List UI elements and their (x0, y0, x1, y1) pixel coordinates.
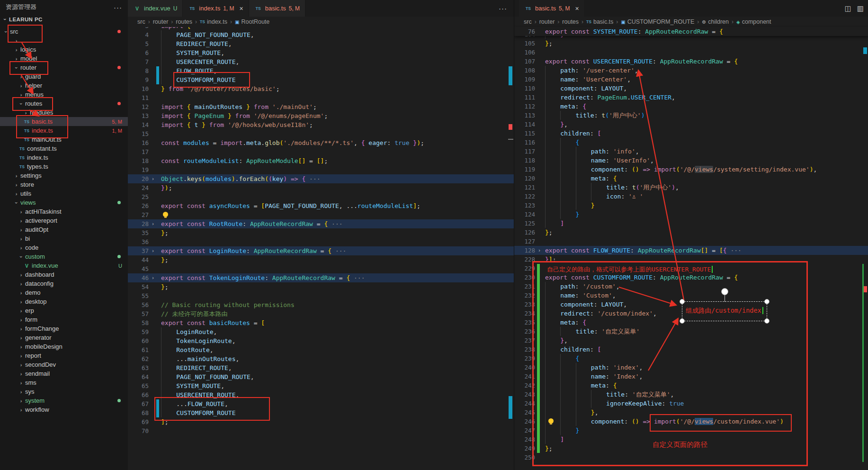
code-line-127[interactable]: 127 (514, 237, 868, 246)
code-line-122[interactable]: 122 icon: '♙ ' (514, 192, 868, 201)
code-line-244[interactable]: 244 ignoreKeepAlive: true (514, 399, 868, 408)
sidebar-item-demo[interactable]: ›demo (0, 288, 128, 297)
code-line-25[interactable]: 25 (128, 192, 514, 201)
code-line-3[interactable]: 3import { (128, 27, 514, 30)
sidebar-item-activereport[interactable]: ›activereport (0, 216, 128, 225)
code-line-250[interactable]: 250 (514, 453, 868, 462)
code-line-243[interactable]: 243 title: '自定义菜单', (514, 390, 868, 399)
code-line-126[interactable]: 126}; (514, 228, 868, 237)
code-line-45[interactable]: 45 (128, 264, 514, 273)
code-line-8[interactable]: 8 FLOW_ROUTE, (128, 66, 514, 75)
sidebar-item-workflow[interactable]: ›workflow (0, 405, 128, 414)
sidebar-item-form[interactable]: ›form (0, 315, 128, 324)
sidebar-item-erp[interactable]: ›erp (0, 306, 128, 315)
code-line-107[interactable]: 107export const USERCENTER_ROUTE: AppRou… (514, 57, 868, 66)
code-line-112[interactable]: 112 meta: { (514, 102, 868, 111)
code-line-12[interactable]: 12import { mainOutRoutes } from './mainO… (128, 102, 514, 111)
sidebar-item-store[interactable]: ›store (0, 180, 128, 189)
code-line-109[interactable]: 109 name: 'UserCenter', (514, 75, 868, 84)
code-line-231[interactable]: 231 path: '/custom', (514, 282, 868, 291)
code-line-60[interactable]: 60 TokenLoginRoute, (128, 336, 514, 345)
textbox-rotate-handle[interactable] (721, 288, 728, 295)
code-line-70[interactable]: 70 (128, 426, 514, 435)
sidebar-item-index.vue[interactable]: Vindex.vueU (0, 261, 128, 270)
code-line-17[interactable]: 17 (128, 147, 514, 156)
sidebar-item-routes[interactable]: ›routes (0, 99, 128, 108)
code-line-6[interactable]: 6 SYSTEM_ROUTE, (128, 48, 514, 57)
fold-chevron-icon[interactable]: › (538, 246, 541, 255)
sidebar-item-dataconfig[interactable]: ›dataconfig (0, 279, 128, 288)
code-line-10[interactable]: 10} from '/@/router/routes/basic'; (128, 84, 514, 93)
code-line-67[interactable]: 67 ...FLOW_ROUTE, (128, 399, 514, 408)
sidebar-item-formChange[interactable]: ›formChange (0, 324, 128, 333)
sidebar-item-generator[interactable]: ›generator (0, 333, 128, 342)
code-line-7[interactable]: 7 USERCENTER_ROUTE, (128, 57, 514, 66)
sidebar-item-bi[interactable]: ›bi (0, 234, 128, 243)
sidebar-item-logics[interactable]: ›logics (0, 45, 128, 54)
code-line-26[interactable]: 26export const asyncRoutes = [PAGE_NOT_F… (128, 201, 514, 210)
code-line-57[interactable]: 57// 未经许可的基本路由 (128, 309, 514, 318)
code-line-239[interactable]: 239 { (514, 354, 868, 363)
code-line-125[interactable]: 125 ] (514, 219, 868, 228)
code-line-241[interactable]: 241 name: 'Index', (514, 372, 868, 381)
breadcrumb-item-src[interactable]: src (137, 18, 145, 25)
code-line-124[interactable]: 124 } (514, 210, 868, 219)
sidebar-item-report[interactable]: ›report (0, 351, 128, 360)
code-line-106[interactable]: 106 (514, 48, 868, 57)
code-line-19[interactable]: 19 (128, 165, 514, 174)
code-line-44[interactable]: 44}; (128, 255, 514, 264)
fold-chevron-icon[interactable]: › (152, 174, 154, 183)
sidebar-item-utils[interactable]: ›utils (0, 189, 128, 198)
code-line-113[interactable]: 113 title: t('用户中心') (514, 111, 868, 120)
code-line-240[interactable]: 240 path: 'index', (514, 363, 868, 372)
code-line-62[interactable]: 62 ...mainOutRoutes, (128, 354, 514, 363)
code-line-238[interactable]: 238 children: [ (514, 345, 868, 354)
code-line-128[interactable]: 128›export const FLOW_ROUTE: AppRouteRec… (514, 246, 868, 255)
code-line-117[interactable]: 117 path: 'info', (514, 147, 868, 156)
code-line-59[interactable]: 59 LoginRoute, (128, 327, 514, 336)
sidebar-item-dashboard[interactable]: ›dashboard (0, 270, 128, 279)
sidebar-item-system[interactable]: ›system (0, 396, 128, 405)
explorer-more-actions-icon[interactable]: ··· (114, 3, 122, 11)
breadcrumb-item-CUSTOMFORM_ROUTE[interactable]: ▣CUSTOMFORM_ROUTE (621, 18, 694, 25)
breadcrumb-item-src[interactable]: src (524, 18, 532, 25)
code-line-228[interactable]: 228}]; (514, 255, 868, 264)
code-line-121[interactable]: 121 title: t('用户中心'), (514, 183, 868, 192)
code-line-110[interactable]: 110 component: LAYOUT, (514, 84, 868, 93)
code-line-237[interactable]: 237 }, (514, 336, 868, 345)
sidebar-item-actHiTaskinst[interactable]: ›actHiTaskinst (0, 207, 128, 216)
tab-index.ts[interactable]: TSindex.ts1, M× (183, 0, 249, 17)
code-line-245[interactable]: 245 }, (514, 408, 868, 417)
code-line-69[interactable]: 69]; (128, 417, 514, 426)
code-line-54[interactable]: 54}; (128, 282, 514, 291)
project-root[interactable]: › LEARUN PC (0, 14, 128, 25)
sidebar-item-types.ts[interactable]: TStypes.ts (0, 162, 128, 171)
annotation-textbox[interactable]: 组成路由/custom/index (682, 301, 767, 321)
sidebar-item-custom[interactable]: ›custom (0, 252, 128, 261)
sidebar-item-router[interactable]: ›router (0, 63, 128, 72)
breadcrumb-item-routes[interactable]: routes (562, 18, 579, 25)
sidebar-item-menus[interactable]: ›menus (0, 90, 128, 99)
breadcrumb-item-RootRoute[interactable]: ▣RootRoute (235, 18, 269, 25)
code-line-66[interactable]: 66 USERCENTER_ROUTE, (128, 390, 514, 399)
code-line-4[interactable]: 4 PAGE_NOT_FOUND_ROUTE, (128, 30, 514, 39)
code-line-242[interactable]: 242 meta: { (514, 381, 868, 390)
code-line-28[interactable]: 28›export const RootRoute: AppRouteRecor… (128, 219, 514, 228)
code-line-16[interactable]: 16const modules = import.meta.glob('./mo… (128, 138, 514, 147)
sidebar-item-code[interactable]: ›code (0, 243, 128, 252)
split-editor-icon[interactable]: ◫ (845, 4, 851, 13)
sidebar-item-views[interactable]: ›views (0, 198, 128, 207)
breadcrumb-item-component[interactable]: ◈component (736, 18, 771, 25)
sidebar-item-secondDev[interactable]: ›secondDev (0, 360, 128, 369)
code-line-65[interactable]: 65 SYSTEM_ROUTE, (128, 381, 514, 390)
tab-basic.ts[interactable]: TSbasic.ts5, M× (519, 0, 585, 17)
textbox-handle[interactable] (764, 299, 770, 304)
sidebar-item-model[interactable]: ›model (0, 54, 128, 63)
code-line-9[interactable]: 9 CUSTOMFORM_ROUTE (128, 75, 514, 84)
textbox-handle[interactable] (764, 318, 770, 324)
code-line-236[interactable]: 236 title: '自定义菜单' (514, 327, 868, 336)
code-line-37[interactable]: 37›export const LoginRoute: AppRouteReco… (128, 246, 514, 255)
sidebar-item-modules[interactable]: ›modules (0, 108, 128, 117)
fold-chevron-icon[interactable]: › (152, 246, 154, 255)
code-line-232[interactable]: 232 name: 'Custom', (514, 291, 868, 300)
